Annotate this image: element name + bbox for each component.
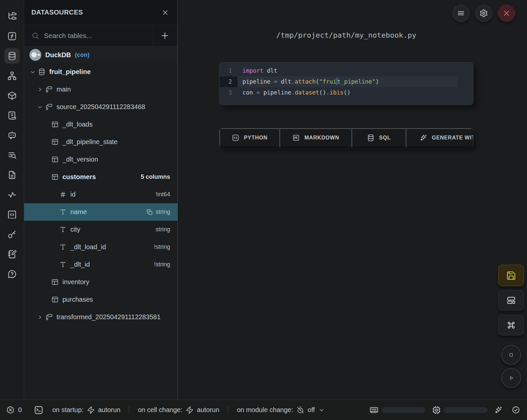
rail-item-file-text[interactable]: [4, 167, 20, 183]
rail-item-activity[interactable]: [4, 187, 20, 203]
tree-row-_dlt_version[interactable]: _dlt_version: [24, 151, 177, 168]
memory-usage-meter: [369, 405, 425, 415]
add-python-cell-button[interactable]: PYTHON: [219, 128, 280, 147]
rail-item-function-square[interactable]: [4, 28, 20, 44]
kernel-status-button[interactable]: [511, 405, 520, 414]
panel-close-button[interactable]: [160, 8, 170, 18]
rail-item-code-square-dashed[interactable]: [4, 207, 20, 222]
tree-row-_dlt_load_id[interactable]: _dlt_load_id!string: [24, 238, 177, 256]
box-icon: [7, 91, 17, 100]
code-token: dlt: [263, 67, 277, 74]
memory-usage-bar: [382, 407, 425, 413]
rail-item-key[interactable]: [4, 227, 20, 242]
setting-on-module-change[interactable]: on module change:off: [237, 406, 325, 414]
markdown-square-icon: [292, 134, 300, 142]
rail-item-database[interactable]: [4, 48, 20, 64]
code-cell-editor[interactable]: 1import dlt2pipeline = dlt.attach("fruit…: [219, 62, 473, 105]
tree-row-transformed_202504291112283581[interactable]: transformed_202504291112283581: [24, 308, 177, 326]
run-button[interactable]: [501, 368, 521, 388]
tree-row-_dlt_loads[interactable]: _dlt_loads: [24, 116, 177, 133]
connection-variable: (con): [75, 52, 90, 58]
search-icon: [31, 32, 39, 40]
tree-label: inventory: [62, 278, 89, 286]
notebook-area: /tmp/project/path/my_notebook.py 1import…: [178, 0, 527, 400]
scroll-text-icon: [7, 111, 17, 120]
divider: [228, 406, 228, 414]
tree-row-city[interactable]: citystring: [24, 221, 177, 238]
add-datasource-button[interactable]: [160, 30, 171, 41]
save-icon: [506, 271, 516, 281]
file-text-icon: [7, 170, 17, 180]
setting-value: autorun: [98, 406, 121, 414]
add-generate-wit-cell-button[interactable]: GENERATE WIT: [406, 128, 473, 147]
code-text: import dlt: [238, 65, 458, 76]
type-icon: [59, 226, 67, 233]
table-icon: [51, 156, 59, 163]
close-icon: [161, 9, 169, 17]
code-token: attach: [295, 78, 316, 85]
play-icon: [507, 374, 515, 382]
tree-row-_dlt_pipeline_state[interactable]: _dlt_pipeline_state: [24, 133, 177, 151]
memory-icon: [369, 405, 379, 415]
panel-header: DATASOURCES: [24, 0, 177, 25]
error-indicator[interactable]: 0: [6, 405, 22, 414]
tree-row-main[interactable]: main: [24, 81, 177, 98]
tree-label: source_202504291112283468: [56, 103, 145, 111]
connection-row-duckdb[interactable]: DuckDB (con): [24, 47, 177, 63]
save-button[interactable]: [498, 265, 524, 286]
tree-row-inventory[interactable]: inventory: [24, 273, 177, 291]
tree-row-_dlt_id[interactable]: _dlt_id!string: [24, 256, 177, 273]
chevron-down-icon[interactable]: [29, 69, 36, 75]
terminal-button[interactable]: [34, 405, 44, 415]
rail-item-bot-message[interactable]: [4, 128, 20, 143]
tree-label: customers: [62, 173, 96, 181]
stop-button[interactable]: [501, 345, 521, 365]
divider: [129, 406, 129, 414]
chevron-right-icon[interactable]: [37, 86, 43, 93]
copy-icon[interactable]: [146, 209, 153, 215]
tree-row-fruit_pipeline[interactable]: fruit_pipeline: [24, 63, 177, 81]
add-markdown-cell-button[interactable]: MARKDOWN: [280, 128, 352, 147]
chevron-down-icon[interactable]: [37, 104, 43, 110]
tree-row-id[interactable]: id!int64: [24, 186, 177, 203]
setting-on-cell-change[interactable]: on cell change:autorun: [138, 406, 219, 414]
type-icon: [59, 243, 67, 251]
tree-row-name[interactable]: namestring: [24, 203, 177, 221]
rail-item-help-circle[interactable]: [4, 266, 20, 282]
cell-button-label: SQL: [379, 135, 391, 141]
rail-item-network[interactable]: [4, 68, 20, 84]
command-palette-button[interactable]: [498, 315, 524, 335]
tree-meta: !string: [154, 244, 170, 250]
plus-icon: [160, 31, 171, 41]
type-icon: [59, 208, 67, 216]
rail-item-scroll-text[interactable]: [4, 108, 20, 123]
settings-icon: [479, 9, 488, 18]
menu-button[interactable]: [452, 5, 470, 22]
chevron-right-icon[interactable]: [37, 314, 43, 321]
connection-name: DuckDB: [45, 51, 71, 59]
tree-row-purchases[interactable]: purchases: [24, 291, 177, 308]
setting-on-startup[interactable]: on startup:autorun: [52, 406, 120, 414]
ai-assistant-button[interactable]: [494, 406, 503, 414]
rail-item-folder-tree[interactable]: [4, 9, 20, 24]
search-input[interactable]: [39, 32, 153, 40]
rail-item-box[interactable]: [4, 88, 20, 103]
code-token: .: [291, 78, 295, 85]
tree-row-source_202504291112283468[interactable]: source_202504291112283468: [24, 98, 177, 116]
status-bar-right: [369, 405, 522, 415]
tree-row-customers[interactable]: customers5 columns: [24, 168, 177, 186]
setting-label: on module change:: [237, 406, 293, 414]
code-token: con: [243, 89, 256, 96]
table-icon: [51, 173, 59, 181]
rail-item-list-search[interactable]: [4, 147, 20, 163]
settings-button[interactable]: [475, 5, 492, 22]
tree-meta: string: [156, 209, 170, 215]
schema-icon: [45, 313, 53, 321]
code-token: pipeline: [260, 89, 291, 96]
add-sql-cell-button[interactable]: SQL: [352, 128, 406, 147]
activity-icon: [7, 190, 17, 200]
layout-button[interactable]: [498, 290, 524, 311]
code-token: dlt: [277, 78, 291, 85]
rail-item-notebook-pen[interactable]: [4, 247, 20, 262]
close-button[interactable]: [498, 5, 515, 22]
